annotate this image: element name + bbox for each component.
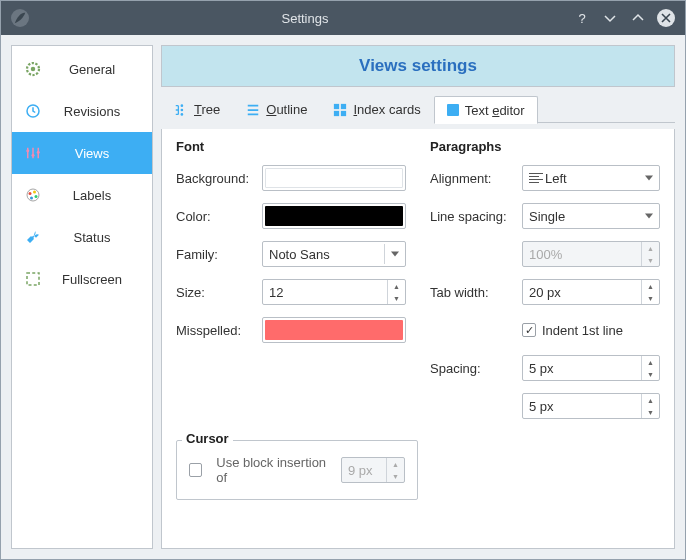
tab-label: IIndex cardsndex cards <box>353 102 420 117</box>
sidebar-item-status[interactable]: Status <box>12 216 152 258</box>
tab-content: Font Background: Color: Family: Noto San… <box>161 129 675 549</box>
main: Views settings TTreeree OOutlineutline I… <box>161 45 675 549</box>
window-title: Settings <box>37 11 573 26</box>
tabs: TTreeree OOutlineutline IIndex cardsndex… <box>161 93 675 123</box>
outline-icon <box>246 103 260 117</box>
tabwidth-spinner[interactable]: 20 px ▲▼ <box>522 279 660 305</box>
wrench-icon <box>22 228 44 246</box>
tab-label: OOutlineutline <box>266 102 307 117</box>
svg-rect-11 <box>27 273 39 285</box>
size-label: Size: <box>176 285 262 300</box>
misspelled-color-picker[interactable] <box>262 317 406 343</box>
family-label: Family: <box>176 247 262 262</box>
svg-rect-15 <box>334 103 339 108</box>
close-button[interactable] <box>657 9 675 27</box>
linespacing-select[interactable]: Single <box>522 203 660 229</box>
gear-icon <box>22 60 44 78</box>
help-button[interactable]: ? <box>573 9 591 27</box>
sidebar-item-fullscreen[interactable]: Fullscreen <box>12 258 152 300</box>
sidebar-item-label: Fullscreen <box>50 272 152 287</box>
sliders-icon <box>22 144 44 162</box>
tab-tree[interactable]: TTreeree <box>161 95 233 123</box>
svg-point-14 <box>181 113 184 116</box>
banner-title: Views settings <box>359 56 477 76</box>
block-insertion-spinner: 9 px ▲▼ <box>341 457 405 483</box>
fullscreen-icon <box>22 270 44 288</box>
svg-rect-17 <box>334 110 339 115</box>
tab-outline[interactable]: OOutlineutline <box>233 95 320 123</box>
svg-rect-16 <box>341 103 346 108</box>
sidebar-item-label: Views <box>50 146 152 161</box>
font-group: Font Background: Color: Family: Noto San… <box>176 139 406 430</box>
sidebar-item-labels[interactable]: Labels <box>12 174 152 216</box>
svg-point-3 <box>26 149 29 152</box>
svg-point-12 <box>181 104 184 107</box>
sidebar: General Revisions Views Labels <box>11 45 153 549</box>
block-insertion-label: Use block insertion ofUse block insertio… <box>216 455 333 485</box>
sidebar-item-label: Status <box>50 230 152 245</box>
sidebar-item-label: General <box>50 62 152 77</box>
alignment-label: Alignment: <box>430 171 522 186</box>
align-left-icon <box>529 173 543 183</box>
font-size-spinner[interactable]: 12 ▲▼ <box>262 279 406 305</box>
minimize-button[interactable] <box>601 9 619 27</box>
svg-point-5 <box>37 151 40 154</box>
svg-point-13 <box>181 108 184 111</box>
svg-point-6 <box>27 189 39 201</box>
tab-text-editor[interactable]: Text eText editorditor <box>434 96 538 124</box>
clock-icon <box>22 102 44 120</box>
svg-point-8 <box>33 191 36 194</box>
settings-window: Settings ? General <box>0 0 686 560</box>
indent-checkbox[interactable] <box>522 323 536 337</box>
svg-point-9 <box>35 195 38 198</box>
background-label: Background: <box>176 171 262 186</box>
app-icon <box>11 9 29 27</box>
svg-point-1 <box>31 67 36 72</box>
font-heading: Font <box>176 139 406 154</box>
spacing-top-spinner[interactable]: 5 px ▲▼ <box>522 355 660 381</box>
font-family-select[interactable]: Noto Sans <box>262 241 406 267</box>
sidebar-item-revisions[interactable]: Revisions <box>12 90 152 132</box>
grid-icon <box>333 103 347 117</box>
tab-label: TTreeree <box>194 102 220 117</box>
sidebar-item-label: Labels <box>50 188 152 203</box>
body: General Revisions Views Labels <box>1 35 685 559</box>
window-controls: ? <box>573 9 675 27</box>
titlebar: Settings ? <box>1 1 685 35</box>
tab-index-cards[interactable]: IIndex cardsndex cards <box>320 95 433 123</box>
spacing-label: Spacing: <box>430 361 522 376</box>
banner: Views settings <box>161 45 675 87</box>
svg-rect-18 <box>341 110 346 115</box>
paragraphs-group: Paragraphs Alignment: Left Line spacing:… <box>430 139 660 430</box>
palette-icon <box>22 186 44 204</box>
background-color-picker[interactable] <box>262 165 406 191</box>
tree-icon <box>174 103 188 117</box>
linespacing-pct-spinner: 100% ▲▼ <box>522 241 660 267</box>
svg-point-4 <box>32 154 35 157</box>
color-label: Color: <box>176 209 262 224</box>
tab-label: Text eText editorditor <box>465 103 525 118</box>
sidebar-item-general[interactable]: General <box>12 48 152 90</box>
maximize-button[interactable] <box>629 9 647 27</box>
text-editor-icon <box>447 104 459 116</box>
svg-point-10 <box>30 197 33 200</box>
spacing-bottom-spinner[interactable]: 5 px ▲▼ <box>522 393 660 419</box>
sidebar-item-views[interactable]: Views <box>12 132 152 174</box>
linespacing-label: Line spacing: <box>430 209 522 224</box>
misspelled-label: Misspelled: <box>176 323 262 338</box>
svg-point-7 <box>29 192 32 195</box>
tabwidth-label: Tab width: <box>430 285 522 300</box>
font-color-picker[interactable] <box>262 203 406 229</box>
cursor-heading: Cursor <box>182 431 233 446</box>
alignment-select[interactable]: Left <box>522 165 660 191</box>
cursor-group: Cursor Use block insertion ofUse block i… <box>176 440 418 500</box>
paragraphs-heading: Paragraphs <box>430 139 660 154</box>
indent-label: Indent 1st lineIndent 1st line <box>542 323 623 338</box>
block-insertion-checkbox[interactable] <box>189 463 202 477</box>
sidebar-item-label: Revisions <box>50 104 152 119</box>
